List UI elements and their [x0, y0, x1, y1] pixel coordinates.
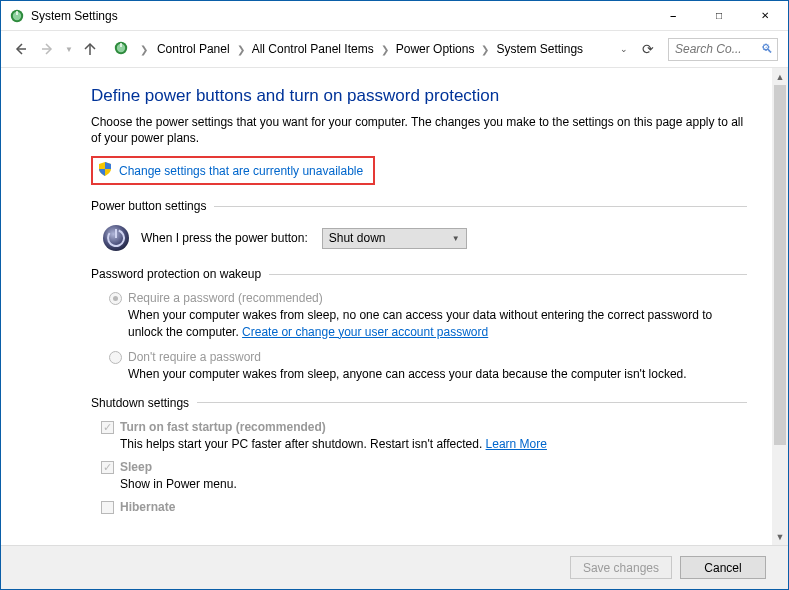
learn-more-link[interactable]: Learn More	[486, 437, 547, 451]
checkbox-icon: ✓	[101, 421, 114, 434]
section-password: Password protection on wakeup Require a …	[91, 267, 747, 382]
desc-text: This helps start your PC faster after sh…	[120, 437, 486, 451]
chevron-right-icon[interactable]: ❯	[481, 44, 489, 55]
content-area: Define power buttons and turn on passwor…	[1, 67, 788, 545]
recent-dropdown-icon[interactable]: ▼	[65, 45, 73, 54]
chevron-right-icon[interactable]: ❯	[381, 44, 389, 55]
page-heading: Define power buttons and turn on passwor…	[91, 86, 747, 106]
check-desc: Show in Power menu.	[120, 476, 747, 492]
combo-value: Shut down	[329, 231, 386, 245]
breadcrumb-item[interactable]: All Control Panel Items	[250, 41, 376, 57]
app-icon	[9, 8, 25, 24]
change-settings-link[interactable]: Change settings that are currently unava…	[119, 164, 363, 178]
breadcrumb-item[interactable]: System Settings	[494, 41, 585, 57]
radio-desc: When your computer wakes from sleep, no …	[128, 307, 747, 339]
radio-label: Don't require a password	[128, 350, 261, 364]
section-shutdown: Shutdown settings ✓ Turn on fast startup…	[91, 396, 747, 514]
close-button[interactable]: ✕	[742, 1, 788, 30]
section-header: Shutdown settings	[91, 396, 747, 410]
scroll-up-icon[interactable]: ▲	[772, 68, 788, 85]
svg-rect-8	[115, 229, 117, 238]
content: Define power buttons and turn on passwor…	[1, 68, 771, 545]
back-button[interactable]	[7, 36, 33, 62]
scrollbar[interactable]: ▲ ▼	[771, 68, 788, 545]
checkbox-icon	[101, 501, 114, 514]
footer: Save changes Cancel	[1, 545, 788, 589]
up-button[interactable]	[77, 36, 103, 62]
change-settings-highlight: Change settings that are currently unava…	[91, 156, 375, 185]
check-sleep: ✓ Sleep	[101, 460, 747, 474]
radio-icon	[109, 351, 122, 364]
check-hibernate: Hibernate	[101, 500, 747, 514]
window-title: System Settings	[31, 9, 650, 23]
scroll-down-icon[interactable]: ▼	[772, 528, 788, 545]
check-fast-startup: ✓ Turn on fast startup (recommended)	[101, 420, 747, 434]
refresh-button[interactable]: ⟳	[636, 38, 660, 60]
divider	[197, 402, 747, 403]
breadcrumb-item[interactable]: Power Options	[394, 41, 477, 57]
power-button-row: When I press the power button: Shut down…	[101, 223, 747, 253]
radio-icon	[109, 292, 122, 305]
radio-no-password: Don't require a password	[109, 350, 747, 364]
radio-desc: When your computer wakes from sleep, any…	[128, 366, 747, 382]
chevron-right-icon[interactable]: ❯	[237, 44, 245, 55]
address-icon	[113, 40, 129, 59]
svg-rect-5	[120, 43, 121, 47]
page-intro: Choose the power settings that you want …	[91, 114, 747, 146]
divider	[214, 206, 747, 207]
radio-require-password: Require a password (recommended)	[109, 291, 747, 305]
chevron-down-icon: ▼	[452, 234, 460, 243]
section-title: Shutdown settings	[91, 396, 189, 410]
power-button-combo[interactable]: Shut down ▼	[322, 228, 467, 249]
power-icon	[101, 223, 131, 253]
chevron-right-icon[interactable]: ❯	[140, 44, 148, 55]
minimize-button[interactable]: ‒	[650, 1, 696, 30]
section-title: Power button settings	[91, 199, 206, 213]
titlebar: System Settings ‒ □ ✕	[1, 1, 788, 31]
check-label: Hibernate	[120, 500, 175, 514]
check-label: Turn on fast startup (recommended)	[120, 420, 326, 434]
check-label: Sleep	[120, 460, 152, 474]
create-password-link[interactable]: Create or change your user account passw…	[242, 325, 488, 339]
save-button: Save changes	[570, 556, 672, 579]
scroll-thumb[interactable]	[774, 85, 786, 445]
radio-label: Require a password (recommended)	[128, 291, 323, 305]
section-header: Power button settings	[91, 199, 747, 213]
section-power-button: Power button settings	[91, 199, 747, 253]
section-header: Password protection on wakeup	[91, 267, 747, 281]
maximize-button[interactable]: □	[696, 1, 742, 30]
section-title: Password protection on wakeup	[91, 267, 261, 281]
address-dropdown-icon[interactable]: ⌄	[620, 44, 628, 54]
window-controls: ‒ □ ✕	[650, 1, 788, 30]
breadcrumb[interactable]: Control Panel ❯ All Control Panel Items …	[155, 38, 618, 61]
cancel-button[interactable]: Cancel	[680, 556, 766, 579]
search-box[interactable]: 🔍︎	[668, 38, 778, 61]
search-input[interactable]	[673, 41, 757, 57]
checkbox-icon: ✓	[101, 461, 114, 474]
window: System Settings ‒ □ ✕ ▼ ❯ Control Panel	[0, 0, 789, 590]
navbar: ▼ ❯ Control Panel ❯ All Control Panel It…	[1, 31, 788, 67]
check-desc: This helps start your PC faster after sh…	[120, 436, 747, 452]
divider	[269, 274, 747, 275]
svg-rect-2	[16, 11, 17, 15]
shield-icon	[97, 161, 113, 180]
breadcrumb-item[interactable]: Control Panel	[155, 41, 232, 57]
power-button-label: When I press the power button:	[141, 231, 308, 245]
search-icon[interactable]: 🔍︎	[761, 42, 773, 56]
forward-button	[35, 36, 61, 62]
